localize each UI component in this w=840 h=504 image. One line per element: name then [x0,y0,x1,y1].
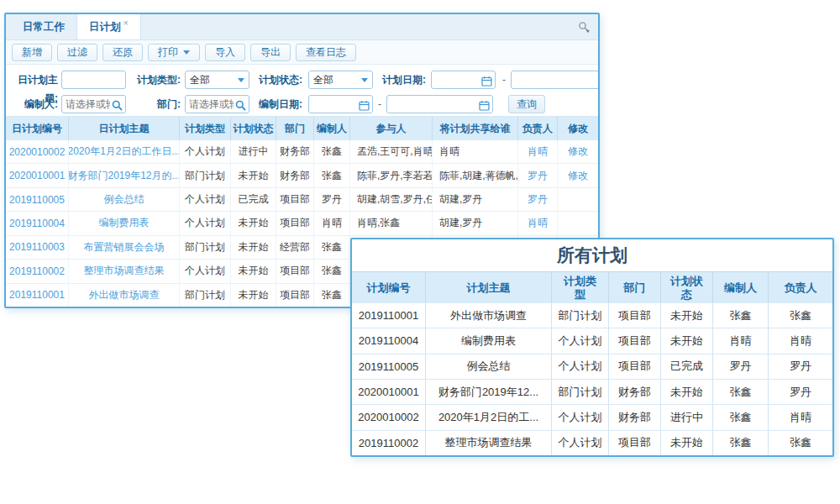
col-header-subject[interactable]: 日计划主题 [69,117,180,140]
toolbar-button-label: 打印 [158,45,178,60]
cell-owner[interactable]: 肖晴 [518,140,558,163]
cell-plan-status: 已完成 [661,354,713,379]
toolbar-button-导入[interactable]: 导入 [205,44,245,61]
cell-plan-type: 部门计划 [552,303,609,328]
daily-plan-row[interactable]: 2019110005例会总结个人计划已完成项目部罗丹胡建,胡雪,罗丹,任晓...… [6,188,598,212]
cell-creator: 肖晴 [314,212,350,234]
cell-owner[interactable]: 罗丹 [518,164,558,186]
toolbar-button-label: 导入 [215,45,235,60]
cell-plan-type: 部门计划 [180,236,231,259]
cell-plan-status: 未开始 [231,236,276,259]
status-select[interactable]: 全部 [308,71,373,89]
cell-subject[interactable]: 财务部门2019年12月的... [69,164,180,186]
toolbar-button-label: 还原 [113,45,133,60]
cell-subject[interactable]: 外出做市场调查 [69,284,180,307]
tab-daily-plan[interactable]: 日计划 × [76,14,141,39]
col-header-owner[interactable]: 负责人 [518,117,558,140]
col-header-shared-with[interactable]: 将计划共享给谁 [433,117,518,140]
toolbar-button-label: 导出 [260,45,281,60]
col-header-modify[interactable]: 修改 [558,117,598,140]
cell-subject[interactable]: 布置营销展会会场 [69,236,180,259]
cell-plan-type: 个人计划 [180,140,231,163]
cell-owner[interactable]: 罗丹 [518,188,558,211]
cell-participants: 胡建,胡雪,罗丹,任晓... [350,188,433,211]
cell-subject[interactable]: 整理市场调查结果 [69,260,180,282]
cell-plan-id[interactable]: 2019110005 [6,188,69,211]
cell-subject: 整理市场调查结果 [426,431,552,455]
cell-participants: 陈菲,罗丹,李若若,罗... [350,164,433,186]
cell-plan-id[interactable]: 2019110003 [6,236,69,259]
cell-plan-type: 个人计划 [180,188,231,211]
plan-date-from-input[interactable] [431,71,496,89]
chevron-down-icon [238,78,244,82]
all-plans-row: 2020010001财务部门2019年12...部门计划财务部未开始张鑫罗丹 [352,380,832,405]
col-header-plan-type[interactable]: 计划类型 [180,117,231,140]
cell-modify[interactable]: 修改 [558,164,598,186]
cell-subject: 外出做市场调查 [426,303,552,328]
daily-plan-row[interactable]: 20200100022020年1月2日的工作日...个人计划进行中财务部张鑫孟浩… [6,140,598,164]
magnifier-cursor-icon[interactable] [578,21,591,37]
type-select[interactable]: 全部 [185,71,249,89]
search-icon[interactable] [112,99,123,114]
cell-plan-id[interactable]: 2019110002 [6,260,69,282]
plan-date-to-input[interactable] [511,71,598,89]
cell-creator: 张鑫 [314,140,350,163]
cell-plan-status: 未开始 [231,284,276,307]
toolbar-button-打印[interactable]: 打印 [148,44,200,61]
col-header-plan-status: 计划状态 [661,272,713,303]
col-header-plan-id: 计划编号 [352,272,426,303]
cell-plan-id[interactable]: 2019110004 [6,212,69,234]
all-plans-row: 20200100022020年1月2日的工...个人计划财务部进行中张鑫肖晴 [352,405,832,430]
toolbar-button-查看日志[interactable]: 查看日志 [296,44,356,61]
cell-plan-id[interactable]: 2020010001 [6,164,69,186]
col-header-plan-id[interactable]: 日计划编号 [6,117,69,140]
toolbar-button-还原[interactable]: 还原 [102,44,143,61]
cell-plan-id[interactable]: 2020010002 [6,140,69,163]
col-header-owner: 负责人 [769,272,832,303]
calendar-icon[interactable] [359,99,370,114]
subject-label: 日计划主题: [6,71,58,89]
toolbar-button-导出[interactable]: 导出 [250,44,291,61]
query-button[interactable]: 查询 [508,95,545,113]
status-label: 计划状态: [255,71,302,89]
cell-creator: 张鑫 [314,164,350,186]
cell-subject[interactable]: 编制费用表 [69,212,180,234]
cell-owner[interactable]: 肖晴 [518,212,558,234]
cell-dept: 经营部 [276,236,314,259]
cell-plan-status: 未开始 [661,328,713,353]
cell-shared-with: 肖晴 [433,140,518,163]
toolbar-button-过滤[interactable]: 过滤 [57,44,97,61]
created-date-to-input[interactable] [386,95,493,113]
cell-creator: 张鑫 [314,284,350,307]
created-date-from-input[interactable] [308,95,373,113]
cell-modify[interactable]: 修改 [558,140,598,163]
cell-plan-type: 个人计划 [180,260,231,282]
calendar-icon[interactable] [481,75,492,90]
cell-plan-status: 未开始 [231,260,276,282]
daily-plan-row[interactable]: 2019110004编制费用表个人计划未开始项目部肖晴肖晴,张鑫胡建,罗丹肖晴 [6,212,598,235]
col-header-plan-status[interactable]: 计划状态 [231,117,276,140]
toolbar-button-新增[interactable]: 新增 [12,44,52,61]
cell-subject[interactable]: 例会总结 [69,188,180,211]
col-header-creator[interactable]: 编制人 [314,117,350,140]
creator-picker [61,95,126,113]
tab-close-icon[interactable]: × [123,18,129,28]
cell-plan-type: 个人计划 [552,328,609,353]
cell-subject[interactable]: 2020年1月2日的工作日... [69,140,180,163]
tab-daily-work-label: 日常工作 [23,20,65,34]
tab-daily-work[interactable]: 日常工作 [11,14,76,39]
all-plans-row: 2019110005例会总结个人计划项目部已完成罗丹罗丹 [352,354,832,380]
daily-plan-row[interactable]: 2020010001财务部门2019年12月的...部门计划未开始财务部张鑫陈菲… [6,164,598,187]
cell-subject: 编制费用表 [426,328,552,353]
cell-plan-id[interactable]: 2019110001 [6,284,69,307]
cell-dept: 项目部 [276,188,314,211]
col-header-participants[interactable]: 参与人 [350,117,433,140]
cell-subject: 财务部门2019年12... [426,380,552,404]
subject-input[interactable] [61,71,126,89]
status-select-value: 全部 [313,73,356,87]
col-header-dept[interactable]: 部门 [276,117,314,140]
cell-creator: 张鑫 [314,260,350,282]
calendar-icon[interactable] [479,99,490,114]
all-plans-window: 所有计划 计划编号计划主题计划类型部门计划状态编制人负责人 2019110001… [350,238,834,457]
search-icon[interactable] [235,99,246,114]
